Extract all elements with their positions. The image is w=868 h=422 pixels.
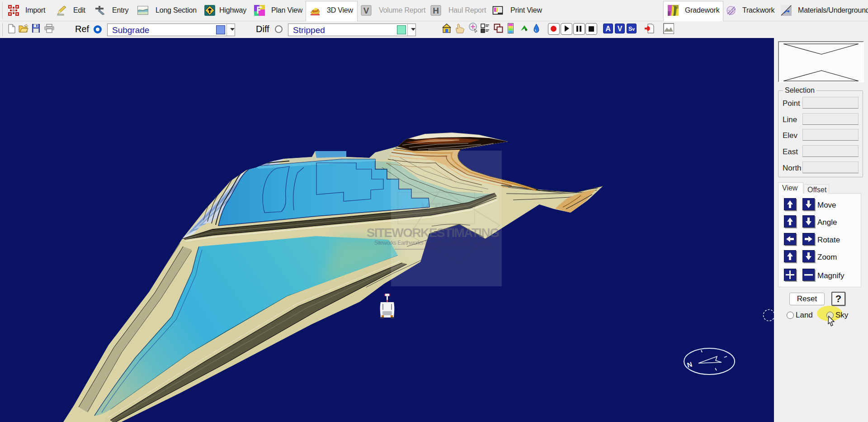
svg-text:Siteworks Earthworks Takeoff &: Siteworks Earthworks Takeoff & Estimatin… xyxy=(374,240,491,246)
svg-text:H: H xyxy=(433,6,439,15)
svg-text:V: V xyxy=(363,6,369,15)
svg-text:KTB: KTB xyxy=(420,199,452,217)
svg-text:SITEWORKESTIMATING: SITEWORKESTIMATING xyxy=(367,226,499,240)
